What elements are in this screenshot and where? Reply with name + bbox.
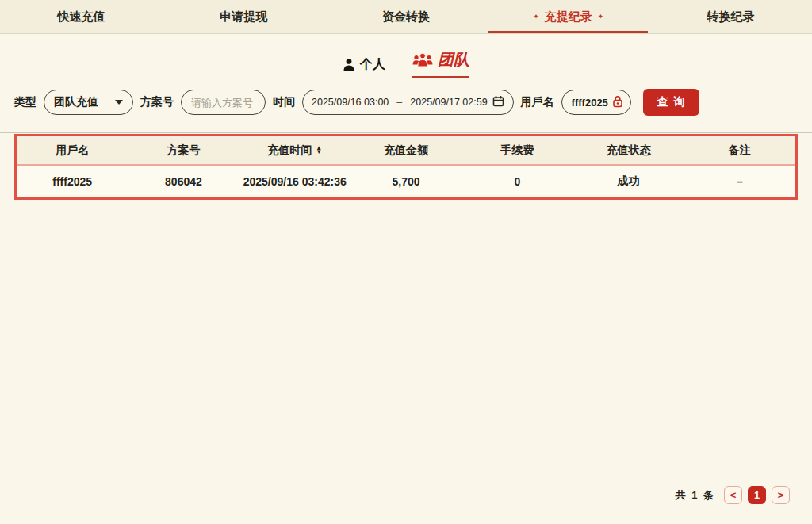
section-divider: [0, 132, 812, 133]
cell-username: ffff2025: [17, 175, 128, 188]
type-select[interactable]: 团队充值: [44, 90, 133, 115]
col-fee: 手续费: [462, 143, 573, 158]
chevron-down-icon: [115, 100, 123, 105]
page-1-button[interactable]: 1: [748, 486, 766, 504]
records-table: 用戶名 方案号 充值时间 ▲ ▼ 充值金额 手续费 充值状态: [14, 134, 798, 200]
col-plan-no: 方案号: [128, 143, 239, 158]
tab-label: 申请提现: [220, 10, 267, 25]
username-input[interactable]: [572, 97, 609, 109]
time-end: 2025/09/17 02:59: [410, 97, 487, 108]
cell-recharge-time: 2025/09/16 03:42:36: [239, 175, 350, 188]
tab-quick-recharge[interactable]: 快速充值: [0, 0, 163, 33]
cell-fee: 0: [462, 175, 573, 188]
tab-label: 快速充值: [57, 10, 105, 25]
filter-bar: 类型 团队充值 方案号 时间 2025/09/16 03:00 – 2025/0…: [14, 89, 812, 116]
chevron-right-icon: >: [778, 489, 784, 501]
calendar-icon: [492, 95, 504, 109]
pagination: 共 1 条 < 1 >: [676, 486, 790, 504]
col-recharge-time: 充值时间 ▲ ▼: [239, 143, 350, 158]
table-row: ffff2025 806042 2025/09/16 03:42:36 5,70…: [17, 166, 795, 197]
next-page-button[interactable]: >: [772, 486, 790, 504]
subtab-team[interactable]: 团队: [412, 49, 469, 78]
cell-amount: 5,700: [350, 175, 462, 188]
username-label: 用戶名: [521, 95, 554, 109]
subtab-label: 团队: [438, 49, 469, 71]
col-remark: 备注: [684, 143, 795, 158]
plan-label: 方案号: [140, 95, 174, 109]
subtab-personal[interactable]: 个人: [343, 56, 385, 78]
username-field-wrap: [561, 90, 631, 115]
sparkle-icon: ✦: [533, 13, 539, 21]
tab-convert-records[interactable]: 转换纪录: [649, 0, 812, 33]
tab-label: 转换纪录: [707, 10, 755, 25]
chevron-left-icon: <: [730, 489, 737, 501]
cell-plan-no: 806042: [128, 175, 239, 188]
lock-icon[interactable]: [612, 95, 623, 110]
time-range-picker[interactable]: 2025/09/16 03:00 – 2025/09/17 02:59: [302, 90, 514, 115]
plan-field-wrap: [181, 90, 266, 115]
tab-apply-withdraw[interactable]: 申请提现: [163, 0, 325, 33]
recharge-records-page: 快速充值 申请提现 资金转换 ✦ 充提纪录 ✦ 转换纪录 个人: [0, 0, 812, 524]
team-icon: [412, 52, 433, 67]
time-separator: –: [396, 97, 402, 108]
prev-page-button[interactable]: <: [724, 486, 742, 504]
cell-status: 成功: [573, 174, 684, 189]
subtab-label: 个人: [360, 56, 385, 73]
pagination-total: 共 1 条: [676, 488, 715, 503]
sort-icon[interactable]: ▲ ▼: [316, 147, 322, 154]
tab-label: 资金转换: [382, 10, 430, 25]
type-selected-value: 团队充值: [54, 95, 98, 109]
type-label: 类型: [14, 95, 36, 109]
top-nav: 快速充值 申请提现 资金转换 ✦ 充提纪录 ✦ 转换纪录: [0, 0, 812, 34]
cell-remark: –: [684, 175, 795, 188]
scope-subtabs: 个人 团队: [0, 49, 812, 78]
plan-input[interactable]: [191, 97, 255, 109]
tab-label: 充提纪录: [545, 10, 592, 25]
col-username: 用戶名: [17, 143, 128, 158]
table-header-row: 用戶名 方案号 充值时间 ▲ ▼ 充值金额 手续费 充值状态: [17, 136, 795, 166]
col-status: 充值状态: [573, 143, 684, 158]
search-button[interactable]: 查询: [643, 89, 699, 116]
person-icon: [343, 58, 355, 71]
tab-fund-convert[interactable]: 资金转换: [325, 0, 488, 33]
col-amount: 充值金额: [350, 143, 462, 158]
tab-recharge-records[interactable]: ✦ 充提纪录 ✦: [487, 0, 649, 33]
time-label: 时间: [273, 95, 295, 109]
time-start: 2025/09/16 03:00: [312, 97, 389, 108]
sparkle-icon: ✦: [598, 13, 604, 21]
